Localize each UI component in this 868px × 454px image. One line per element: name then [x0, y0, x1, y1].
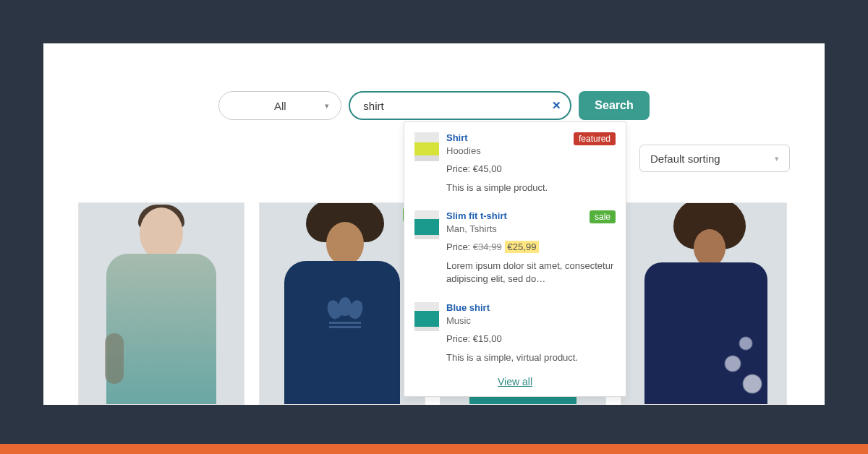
sort-label: Default sorting	[650, 153, 720, 165]
category-label: All	[274, 100, 286, 112]
app-frame: Products ▾ All ▾ ✕ Search Default sortin…	[43, 43, 825, 405]
result-category: Man, Tshirts	[446, 223, 616, 234]
result-description: Lorem ipsum dolor sit amet, consectetur …	[446, 260, 616, 286]
result-thumb	[414, 210, 439, 239]
category-select[interactable]: All ▾	[218, 91, 341, 120]
autocomplete-item[interactable]: featured Shirt Hoodies Price: €45,00 Thi…	[414, 129, 616, 207]
result-description: This is a simple product.	[446, 181, 616, 194]
product-card[interactable]: S	[259, 202, 425, 405]
product-card[interactable]	[621, 202, 787, 405]
result-price: Price: €15,00	[446, 333, 616, 344]
autocomplete-dropdown: featured Shirt Hoodies Price: €45,00 Thi…	[404, 121, 626, 397]
search-button[interactable]: Search	[579, 91, 649, 120]
product-image	[260, 203, 425, 404]
footer-accent-bar	[0, 444, 868, 454]
result-thumb	[414, 132, 439, 161]
result-title: Blue shirt	[446, 302, 616, 313]
view-all-link[interactable]: View all	[498, 376, 532, 387]
search-input[interactable]	[349, 91, 571, 120]
autocomplete-item[interactable]: sale Slim fit t-shirt Man, Tshirts Price…	[414, 207, 616, 299]
product-card[interactable]	[78, 202, 244, 405]
chevron-down-icon: ▾	[775, 154, 779, 163]
autocomplete-view-all: View all	[414, 372, 616, 387]
result-thumb	[414, 302, 439, 331]
autocomplete-item[interactable]: Blue shirt Music Price: €15,00 This is a…	[414, 299, 616, 372]
result-category: Hoodies	[446, 145, 616, 156]
product-image	[79, 203, 244, 404]
sort-select[interactable]: Default sorting ▾	[639, 145, 790, 172]
chevron-down-icon: ▾	[325, 101, 329, 111]
product-image	[621, 203, 786, 404]
result-price: Price: €34,99€25,99	[446, 241, 616, 252]
search-input-wrap: ✕	[349, 91, 571, 120]
result-body: Blue shirt Music Price: €15,00 This is a…	[446, 302, 616, 364]
search-bar: Products ▾ All ▾ ✕ Search	[43, 91, 825, 120]
result-category: Music	[446, 315, 616, 326]
featured-badge: featured	[574, 132, 616, 145]
result-body: sale Slim fit t-shirt Man, Tshirts Price…	[446, 210, 616, 286]
clear-icon[interactable]: ✕	[552, 99, 561, 112]
result-description: This is a simple, virtual product.	[446, 351, 616, 364]
result-body: featured Shirt Hoodies Price: €45,00 Thi…	[446, 132, 616, 194]
result-price: Price: €45,00	[446, 163, 616, 174]
sale-badge: sale	[590, 210, 616, 223]
